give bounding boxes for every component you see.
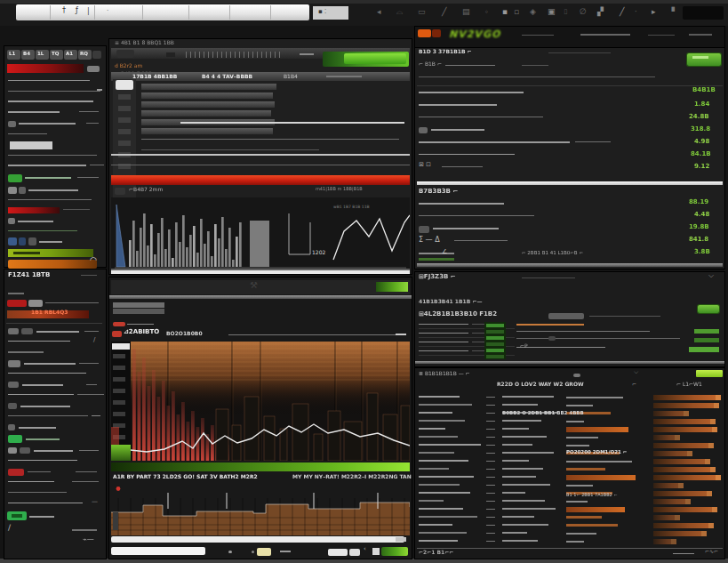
heat-row[interactable] xyxy=(415,497,723,505)
menubar-icon[interactable]: ╱ xyxy=(620,8,624,16)
heat-bar-edge xyxy=(707,491,712,496)
menubar-icon[interactable]: ▤ xyxy=(462,8,470,16)
heat-row[interactable] xyxy=(415,441,723,449)
heat-row[interactable] xyxy=(415,521,723,529)
heat-row[interactable] xyxy=(415,481,723,489)
spectrum-chart xyxy=(111,342,410,461)
list-row[interactable] xyxy=(141,92,273,99)
menubar-toolbar[interactable] xyxy=(16,4,309,20)
heat-row[interactable] xyxy=(415,393,723,401)
block xyxy=(419,92,524,93)
heat-bar xyxy=(653,427,717,432)
menubar-icon[interactable]: ▝ xyxy=(668,8,675,16)
heat-row[interactable] xyxy=(415,529,723,537)
heat-row[interactable] xyxy=(415,505,723,513)
pill-button[interactable] xyxy=(116,80,133,90)
scroll-track[interactable] xyxy=(111,270,410,274)
blue-chip xyxy=(8,237,17,245)
block xyxy=(419,104,497,106)
list-row[interactable] xyxy=(141,84,276,90)
cell-label xyxy=(419,524,452,526)
text: m41|1BB m 1BB|B1B xyxy=(316,187,363,191)
menubar-icon[interactable]: ▣ xyxy=(548,8,556,16)
status-progress xyxy=(381,547,408,556)
tab[interactable] xyxy=(92,51,101,59)
menubar-icon[interactable]: · xyxy=(635,9,637,16)
menubar-icon[interactable]: ∅ xyxy=(580,8,587,16)
green-value: 19.8B xyxy=(689,224,709,230)
cell-label xyxy=(502,436,547,438)
block xyxy=(486,336,504,340)
green-value: B4B1B xyxy=(692,87,716,93)
menubar-icon[interactable]: ▸ xyxy=(652,8,656,16)
menubar-search[interactable] xyxy=(683,6,724,20)
heat-row[interactable] xyxy=(415,457,723,465)
menubar-icon[interactable]: ◦ xyxy=(484,9,489,16)
menubar-icon[interactable]: ▭ xyxy=(418,8,426,16)
tools-icon[interactable]: ⚒ xyxy=(250,281,258,290)
text: ∠ xyxy=(442,249,447,255)
text: MY MY NY–RAT! M22R2–I M22R2NG TAN xyxy=(292,474,412,479)
block xyxy=(8,101,93,102)
menubar-icon[interactable]: ▞ xyxy=(597,8,604,16)
menubar-icon[interactable]: ƒ xyxy=(76,7,78,14)
cell-label xyxy=(502,468,543,470)
heat-row[interactable] xyxy=(415,537,723,545)
green-value: 88.19 xyxy=(689,199,708,205)
menubar-icon[interactable]: | xyxy=(87,8,90,15)
menubar-icon[interactable]: ▫ xyxy=(514,8,519,16)
heat-row[interactable] xyxy=(415,417,723,425)
divider xyxy=(417,263,723,267)
menubar-icon[interactable]: ◂ xyxy=(377,8,381,16)
block xyxy=(522,277,575,278)
list-row[interactable] xyxy=(141,128,273,134)
selected-row[interactable] xyxy=(10,141,52,149)
block xyxy=(113,309,164,314)
green-stripe-block xyxy=(484,322,506,359)
list-row[interactable] xyxy=(141,101,275,108)
block xyxy=(79,111,99,112)
status-pill[interactable] xyxy=(111,547,205,555)
scrollbar[interactable] xyxy=(111,536,404,543)
heat-bar xyxy=(653,403,719,408)
block xyxy=(548,336,556,341)
text: L1 xyxy=(9,52,15,57)
heat-bar-edge xyxy=(675,435,680,440)
text: BO2O1B0B0 xyxy=(166,331,203,336)
list-row[interactable] xyxy=(141,110,271,117)
block xyxy=(8,121,16,127)
text: 1B1 RBL4Q3 xyxy=(31,310,68,315)
apply-button[interactable] xyxy=(698,305,719,313)
heat-row[interactable] xyxy=(415,473,723,481)
text: B4 4 4 TAV–BBBB xyxy=(202,74,252,79)
heat-row[interactable] xyxy=(415,433,723,441)
block xyxy=(81,275,97,276)
menubar-icon[interactable]: ⌓ xyxy=(396,8,403,16)
heat-row[interactable] xyxy=(415,425,723,433)
text: ⌐ xyxy=(632,382,636,387)
block xyxy=(445,65,495,66)
cell-label xyxy=(419,436,458,438)
menubar-icon[interactable]: · xyxy=(107,8,108,14)
block xyxy=(486,330,504,334)
cell-label xyxy=(419,396,460,398)
block xyxy=(516,347,605,348)
menubar-icon[interactable]: ▪ xyxy=(502,8,508,16)
menubar-icon[interactable]: ◈ xyxy=(530,8,536,16)
block xyxy=(228,334,403,335)
toolbar-button[interactable] xyxy=(116,50,134,58)
menubar-icon[interactable]: † xyxy=(62,7,66,14)
heat-row[interactable] xyxy=(415,401,723,409)
cell-label xyxy=(502,492,525,494)
heat-row[interactable] xyxy=(415,513,723,521)
menubar-zoom-label: ▪ ⁚ xyxy=(318,9,326,15)
menubar-icon[interactable]: ⌷ xyxy=(564,9,568,16)
block xyxy=(575,141,611,142)
cell-label xyxy=(502,404,538,406)
menubar-icon[interactable]: ╱ xyxy=(442,8,446,16)
block xyxy=(111,154,410,156)
alert-bar xyxy=(7,64,84,73)
heat-row[interactable] xyxy=(415,465,723,473)
block xyxy=(8,218,15,224)
green-badge xyxy=(8,174,22,182)
